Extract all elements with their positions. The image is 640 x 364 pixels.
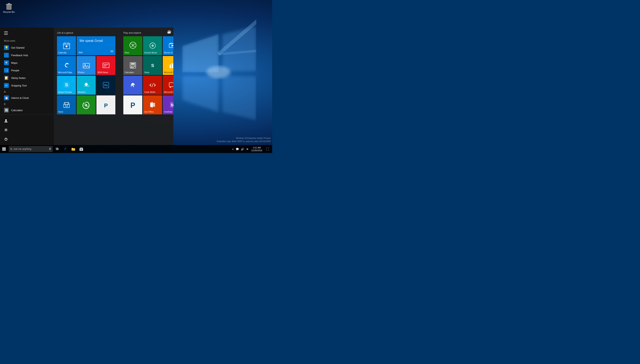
tile-store[interactable]: Store [57, 96, 76, 114]
notification-icon[interactable]: 💬 [235, 148, 240, 150]
edge-taskbar-button[interactable] [61, 145, 69, 153]
svg-rect-59 [170, 64, 171, 68]
show-desktop-icon [266, 148, 269, 150]
svg-rect-9 [6, 4, 12, 5]
svg-rect-25 [103, 63, 109, 68]
tile-code-writer-label: Code Writer [144, 91, 156, 94]
user-account-button[interactable] [2, 117, 10, 125]
sticky-notes-label: Sticky Notes [11, 76, 26, 80]
onenote-tile-icon: N [169, 101, 174, 108]
right-panel: Life at a glance Calendar [54, 28, 173, 145]
store-taskbar-button[interactable] [77, 145, 85, 153]
tile-xbox[interactable]: Xbox [123, 36, 142, 55]
tile-pandora-life[interactable]: P [96, 96, 115, 114]
svg-point-14 [5, 119, 7, 121]
svg-text:S: S [151, 63, 154, 68]
app-item-feedback-hub[interactable]: 👤 Feedback Hub [0, 52, 54, 59]
tile-onenote-label: OneNote [164, 110, 172, 113]
start-button[interactable] [0, 145, 8, 153]
section-letter-a: A [0, 89, 54, 94]
svg-text:N: N [171, 103, 173, 107]
show-hidden-icons-button[interactable]: ∧ [232, 148, 234, 150]
tile-weather[interactable]: Weather [77, 76, 96, 95]
app-item-people[interactable]: 👥 People [0, 66, 54, 74]
tile-sway[interactable]: S Sway [143, 56, 162, 75]
tile-movies-tv-label: Movies & TV [164, 52, 173, 54]
recycle-bin[interactable]: Recycle Bin [2, 2, 16, 13]
volume-icon[interactable]: 🔊 [240, 148, 245, 150]
get-office-tile-icon [149, 101, 156, 108]
svg-rect-77 [50, 148, 50, 149]
svg-rect-55 [131, 67, 132, 68]
svg-rect-49 [173, 43, 174, 44]
svg-point-41 [132, 45, 134, 46]
remote-desktop-tile-icon [169, 82, 174, 89]
power-icon [4, 137, 8, 141]
tile-msn-news[interactable]: MSN News [96, 56, 115, 75]
explorer-taskbar-button[interactable] [69, 145, 77, 153]
tile-weather-label: Weather [78, 91, 86, 94]
app-item-alarms-clock[interactable]: ⏰ Alarms & Clock [0, 94, 54, 102]
tile-mail[interactable]: We speak Gmail Mail ✉ [77, 36, 115, 55]
app-list: 💡 Get Started 👤 Feedback Hub 👁 Maps 👥 Pe… [0, 44, 54, 114]
show-desktop-button[interactable] [264, 145, 270, 153]
svg-rect-54 [134, 66, 135, 66]
svg-text:S: S [65, 82, 68, 87]
recycle-bin-icon [5, 2, 13, 10]
svg-point-75 [10, 148, 12, 150]
svg-marker-1 [182, 34, 218, 72]
tile-photos[interactable]: Photos [77, 56, 96, 75]
tile-groove-music[interactable]: Groove Music [143, 36, 162, 55]
svg-rect-68 [153, 103, 155, 107]
tile-edge[interactable]: Microsoft Edge [57, 56, 76, 75]
tile-code-writer[interactable]: Code Writer [143, 76, 162, 95]
svg-rect-73 [2, 149, 4, 150]
settings-icon [4, 128, 8, 132]
svg-line-76 [12, 150, 12, 150]
desktop: Recycle Bin Windows 10 Enterprise Inside… [0, 0, 272, 153]
task-view-button[interactable] [54, 145, 61, 153]
app-item-sticky-notes[interactable]: 📝 Sticky Notes [0, 74, 54, 82]
tile-calendar[interactable]: Calendar [57, 36, 76, 55]
settings-button[interactable] [2, 126, 10, 134]
life-section: Life at a glance Calendar [57, 32, 115, 114]
app-item-calculator[interactable]: 🔢 Calculator [0, 106, 54, 114]
power-button[interactable] [2, 135, 10, 143]
tile-cyberlink[interactable] [77, 96, 96, 114]
watermark-line1: Windows 10 Enterprise Insider Preview [217, 137, 270, 140]
tile-store-label: Store [58, 110, 63, 113]
tile-msn-news-label: MSN News [98, 71, 108, 74]
hamburger-button[interactable] [2, 29, 10, 37]
tile-movies-tv[interactable]: Movies & TV [163, 36, 173, 55]
tile-skype-preview-label: Skype Preview [58, 91, 72, 94]
svg-rect-47 [170, 43, 171, 44]
tile-get-office[interactable]: Get Office [143, 96, 162, 114]
watermark: Windows 10 Enterprise Insider Preview Ev… [217, 137, 270, 143]
tile-power-bi[interactable]: Microsoft Po... [163, 56, 173, 75]
edge-tile-icon [63, 62, 70, 69]
svg-rect-53 [132, 66, 134, 66]
app-item-get-started[interactable]: 💡 Get Started [0, 44, 54, 52]
app-item-maps[interactable]: 👁 Maps [0, 59, 54, 66]
explorer-taskbar-icon [72, 148, 75, 150]
network-icon[interactable]: 🖥 [246, 148, 249, 150]
code-writer-tile-icon [149, 82, 156, 89]
search-input[interactable] [14, 148, 48, 150]
tile-colibri[interactable] [123, 76, 142, 95]
tile-photoshop[interactable]: Ps [96, 76, 115, 95]
taskbar-search-bar[interactable] [9, 146, 52, 152]
tile-calculator[interactable]: Calculator [123, 56, 142, 75]
app-item-snipping-tool[interactable]: ✂ Snipping Tool [0, 82, 54, 89]
play-section-header: Play and explore [123, 32, 173, 34]
tile-pandora[interactable]: P [123, 96, 142, 114]
tile-onenote[interactable]: N OneNote [163, 96, 173, 114]
search-icon [10, 148, 12, 150]
tile-skype-preview[interactable]: S Skype Preview [57, 76, 76, 95]
tile-power-bi-label: Microsoft Po... [164, 71, 173, 74]
photos-tile-icon [83, 62, 90, 69]
get-started-icon: 💡 [4, 45, 9, 50]
tile-microsoft-remote-label: Microsoft Re... [164, 91, 173, 94]
clock[interactable]: 1:51 AM 12/26/2016 [250, 146, 264, 152]
edge-taskbar-icon [64, 147, 67, 151]
tile-microsoft-remote[interactable]: Microsoft Re... [163, 76, 173, 95]
